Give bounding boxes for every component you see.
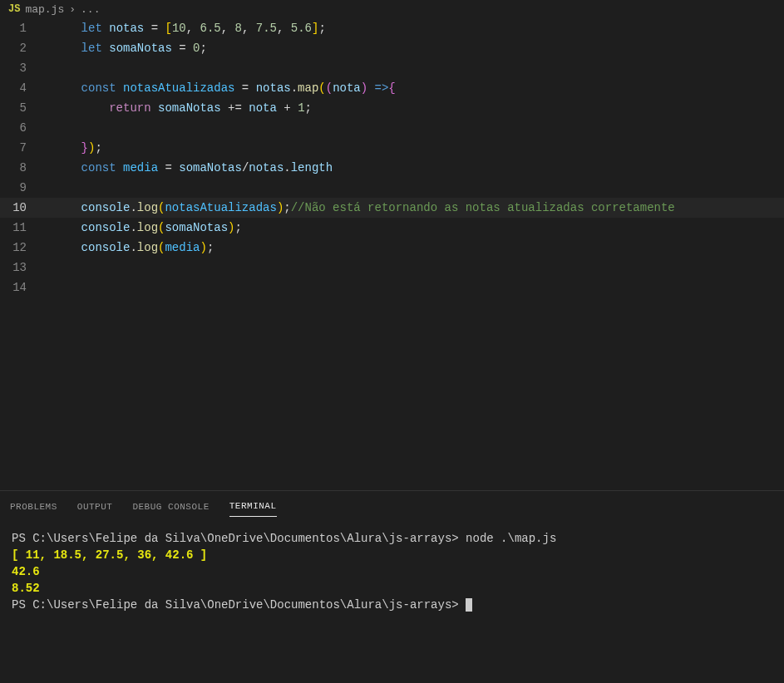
terminal-prompt: PS C:\Users\Felipe da Silva\OneDrive\Doc… [12,532,466,545]
code-line[interactable]: 14 [0,278,784,297]
code-content[interactable]: let somaNotas = 0; [42,38,207,58]
code-line[interactable]: 1 let notas = [10, 6.5, 8, 7.5, 5.6]; [0,18,784,38]
code-content[interactable] [42,178,53,198]
line-number: 5 [0,98,42,118]
line-number: 9 [0,178,42,198]
breadcrumb[interactable]: JS map.js › ... [0,0,784,18]
terminal-output-avg: 8.52 [12,582,40,595]
code-line[interactable]: 9 [0,178,784,198]
code-content[interactable]: console.log(media); [42,238,214,258]
code-content[interactable]: let notas = [10, 6.5, 8, 7.5, 5.6]; [42,18,326,38]
terminal-cursor [466,598,472,612]
code-line[interactable]: 6 [0,118,784,138]
terminal-command: node .\map.js [466,532,556,545]
line-number: 7 [0,138,42,158]
code-line[interactable]: 10 console.log(notasAtualizadas);//Não e… [0,198,784,218]
tab-debug-console[interactable]: DEBUG CONSOLE [132,502,209,517]
line-number: 8 [0,158,42,178]
tab-output[interactable]: OUTPUT [77,502,113,517]
breadcrumb-trail: ... [81,3,100,16]
line-number: 4 [0,78,42,98]
code-content[interactable]: }); [42,138,102,158]
js-file-icon: JS [8,3,20,15]
code-line[interactable]: 7 }); [0,138,784,158]
code-content[interactable] [42,258,53,278]
code-content[interactable] [42,58,53,78]
code-line[interactable]: 4 const notasAtualizadas = notas.map((no… [0,78,784,98]
terminal-prompt: PS C:\Users\Felipe da Silva\OneDrive\Doc… [12,598,466,612]
code-content[interactable] [42,278,53,297]
code-content[interactable]: console.log(notasAtualizadas);//Não está… [42,198,675,218]
code-editor[interactable]: 1 let notas = [10, 6.5, 8, 7.5, 5.6];2 l… [0,18,784,490]
breadcrumb-separator: › [69,3,76,16]
line-number: 2 [0,38,42,58]
tab-terminal[interactable]: TERMINAL [229,501,277,517]
code-line[interactable]: 5 return somaNotas += nota + 1; [0,98,784,118]
code-content[interactable]: const notasAtualizadas = notas.map((nota… [42,78,396,98]
code-line[interactable]: 3 [0,58,784,78]
terminal-output-sum: 42.6 [12,565,40,578]
breadcrumb-filename: map.js [25,3,64,16]
terminal-content[interactable]: PS C:\Users\Felipe da Silva\OneDrive\Doc… [0,520,784,623]
terminal-output-array: [ 11, 18.5, 27.5, 36, 42.6 ] [12,548,207,562]
panel-tabs: PROBLEMS OUTPUT DEBUG CONSOLE TERMINAL [0,491,784,520]
line-number: 14 [0,278,42,297]
line-number: 13 [0,258,42,278]
code-content[interactable] [42,118,53,138]
code-content[interactable]: const media = somaNotas/notas.length [42,158,333,178]
code-line[interactable]: 8 const media = somaNotas/notas.length [0,158,784,178]
line-number: 3 [0,58,42,78]
line-number: 11 [0,218,42,238]
code-line[interactable]: 12 console.log(media); [0,238,784,258]
code-line[interactable]: 2 let somaNotas = 0; [0,38,784,58]
line-number: 1 [0,18,42,38]
code-line[interactable]: 11 console.log(somaNotas); [0,218,784,238]
code-line[interactable]: 13 [0,258,784,278]
line-number: 12 [0,238,42,258]
line-number: 6 [0,118,42,138]
code-content[interactable]: return somaNotas += nota + 1; [42,98,312,118]
tab-problems[interactable]: PROBLEMS [10,502,57,517]
line-number: 10 [0,198,42,218]
code-content[interactable]: console.log(somaNotas); [42,218,242,238]
bottom-panel: PROBLEMS OUTPUT DEBUG CONSOLE TERMINAL P… [0,490,784,623]
